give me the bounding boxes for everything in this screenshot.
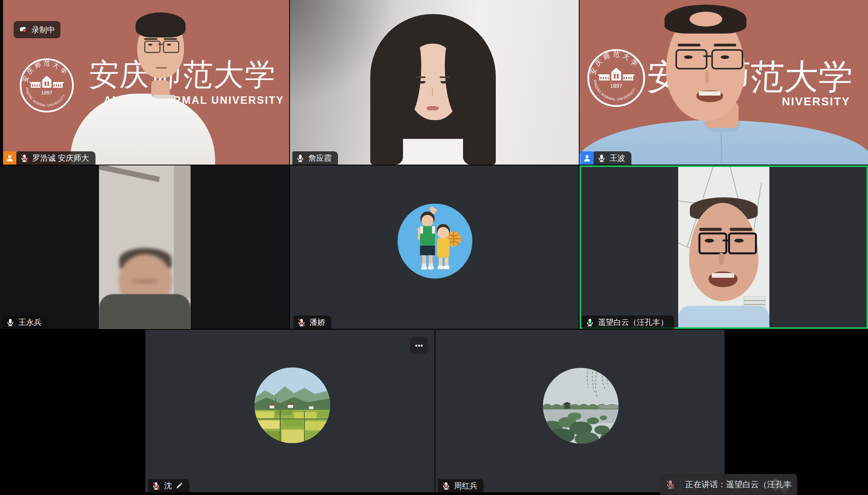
university-seal-logo — [586, 48, 647, 108]
glasses — [144, 41, 161, 53]
participant-video — [678, 167, 769, 327]
participant-name: 潘娇 — [309, 316, 325, 329]
name-badge: 周红兵 — [438, 479, 484, 492]
mic-icon — [597, 154, 606, 163]
recording-label: 录制中 — [32, 25, 55, 35]
mic-icon — [6, 318, 15, 327]
name-badge: 潘娇 — [293, 316, 331, 329]
mic-icon — [296, 154, 305, 163]
participant-video: 安庆师范大学 NIVERSITY — [580, 0, 868, 165]
mic-icon — [585, 318, 594, 327]
participant-name: 罗浩诚 安庆师大 — [32, 151, 89, 165]
video-tile-1[interactable]: 安庆师范大学 ANQING NORMAL UNIVERSITY 录制中 — [0, 0, 289, 165]
participant-name: 詹应霞 — [308, 151, 332, 165]
recording-badge[interactable]: 录制中 — [14, 21, 60, 38]
toast-mic-icon — [665, 479, 675, 490]
participant-name: 王波 — [610, 151, 625, 165]
name-badge: 詹应霞 — [292, 151, 338, 165]
video-tile-4[interactable]: 王永兵 — [0, 165, 289, 329]
avatar — [543, 368, 619, 444]
more-dots-icon — [413, 340, 425, 351]
university-name-english-partial: NIVERSITY — [782, 95, 850, 108]
participant-name: 周红兵 — [454, 479, 477, 492]
video-tile-5[interactable]: 潘娇 — [290, 165, 579, 329]
participant-name: 王永兵 — [18, 316, 42, 329]
person-icon — [583, 154, 591, 162]
glasses — [675, 49, 707, 69]
name-badge: 罗浩诚 安庆师大 — [16, 151, 95, 165]
speaking-toast: 正在讲话：遥望白云（汪孔丰... — [660, 474, 797, 495]
avatar — [255, 367, 330, 443]
participant-name: 遥望白云（汪孔丰） — [598, 316, 668, 329]
glasses — [698, 232, 727, 254]
meeting-grid: 安庆师范大学 ANQING NORMAL UNIVERSITY 录制中 — [0, 0, 868, 495]
participant-name: 沈 — [164, 479, 172, 492]
video-tile-2[interactable]: 詹应霞 — [290, 0, 579, 165]
person-icon — [5, 154, 14, 162]
mic-icon — [20, 154, 29, 163]
host-role-icon — [3, 151, 16, 165]
name-badge: 沈 — [148, 479, 189, 492]
name-badge: 遥望白云（汪孔丰） — [582, 316, 674, 329]
mic-icon — [297, 318, 306, 327]
watermark-diamonds — [767, 478, 795, 493]
video-tile-3[interactable]: 安庆师范大学 NIVERSITY — [580, 0, 868, 165]
university-name-calligraphy: 安庆师范大学 — [88, 55, 277, 96]
video-tile-8[interactable]: 周红兵 — [435, 330, 725, 492]
mic-icon — [442, 481, 451, 490]
mic-icon — [152, 481, 161, 490]
university-seal-logo — [18, 57, 75, 114]
recording-cloud-icon — [18, 25, 28, 35]
name-badge: 王波 — [594, 151, 631, 165]
participant-video — [99, 165, 191, 329]
toast-divider — [680, 479, 681, 490]
participant-video — [290, 0, 579, 165]
more-options-button[interactable] — [410, 337, 428, 354]
speaking-label: 正在讲话： — [685, 480, 726, 489]
video-tile-7[interactable]: 沈 — [145, 330, 435, 492]
rename-pencil-icon[interactable] — [175, 482, 183, 490]
avatar — [398, 204, 472, 279]
video-tile-6[interactable]: 遥望白云（汪孔丰） — [580, 165, 868, 329]
name-badge: 王永兵 — [2, 316, 48, 329]
member-role-icon — [580, 151, 594, 165]
